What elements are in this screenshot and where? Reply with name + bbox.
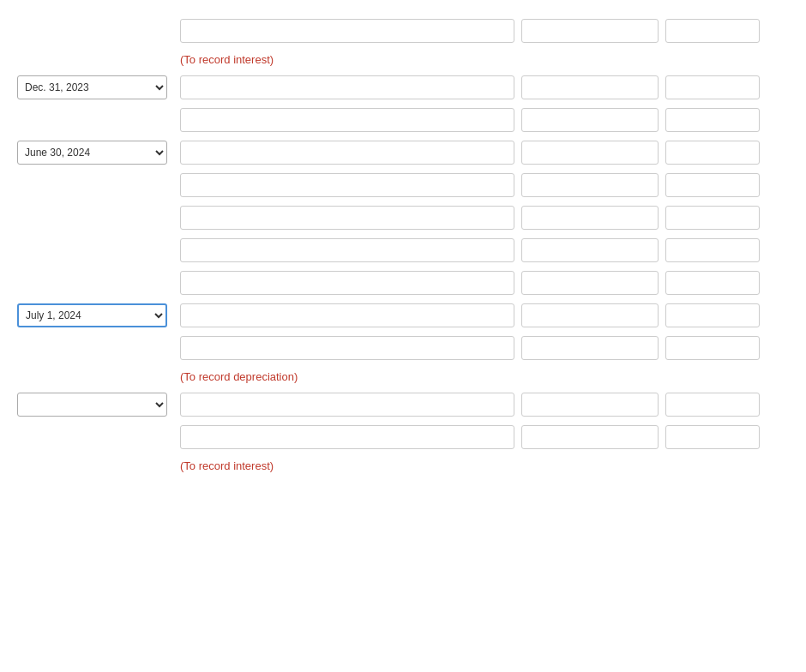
- input-wide-8[interactable]: [180, 271, 514, 295]
- input-medium-5[interactable]: [521, 173, 659, 197]
- input-small-12[interactable]: [665, 425, 760, 449]
- input-medium-3[interactable]: [521, 108, 659, 132]
- input-small-2[interactable]: [665, 75, 760, 99]
- input-wide-2[interactable]: [180, 75, 514, 99]
- row-7: [17, 237, 789, 264]
- inputs-group-1: [180, 19, 789, 43]
- note-record-interest-1: (To record interest): [17, 50, 789, 69]
- input-medium-11[interactable]: [521, 393, 659, 417]
- input-medium-4[interactable]: [521, 141, 659, 165]
- row-11: July 2024: [17, 391, 789, 418]
- input-small-1[interactable]: [665, 19, 760, 43]
- row-12: [17, 423, 789, 451]
- input-medium-12[interactable]: [521, 425, 659, 449]
- inputs-group-12: [180, 425, 789, 449]
- input-wide-12[interactable]: [180, 425, 514, 449]
- row-5: [17, 171, 789, 199]
- inputs-group-6: [180, 206, 789, 230]
- input-small-6[interactable]: [665, 206, 760, 230]
- row-6: [17, 204, 789, 231]
- date-cell-june30: June 30, 2024: [17, 141, 180, 165]
- row-8: [17, 269, 789, 297]
- input-small-7[interactable]: [665, 238, 760, 262]
- input-small-8[interactable]: [665, 271, 760, 295]
- date-select-june30[interactable]: June 30, 2024: [17, 141, 167, 165]
- inputs-group-7: [180, 238, 789, 262]
- inputs-group-8: [180, 271, 789, 295]
- input-medium-1[interactable]: [521, 19, 659, 43]
- note-record-depreciation: (To record depreciation): [17, 367, 789, 386]
- row-10: [17, 334, 789, 362]
- input-wide-11[interactable]: [180, 393, 514, 417]
- input-wide-3[interactable]: [180, 108, 514, 132]
- date-select-july1[interactable]: July 1, 2024: [17, 303, 167, 327]
- date-cell-empty: July 2024: [17, 393, 180, 417]
- main-container: (To record interest) Dec. 31, 2023 June …: [0, 9, 806, 489]
- input-small-10[interactable]: [665, 336, 760, 360]
- input-wide-9[interactable]: [180, 303, 514, 327]
- date-cell-july1: July 1, 2024: [17, 303, 180, 327]
- input-medium-8[interactable]: [521, 271, 659, 295]
- input-medium-9[interactable]: [521, 303, 659, 327]
- row-1: [17, 17, 789, 45]
- input-medium-7[interactable]: [521, 238, 659, 262]
- date-select-dec31[interactable]: Dec. 31, 2023: [17, 75, 167, 99]
- inputs-group-11: [180, 393, 789, 417]
- row-july1: July 1, 2024: [17, 302, 789, 329]
- input-wide-7[interactable]: [180, 238, 514, 262]
- note-text-depreciation: (To record depreciation): [180, 370, 298, 383]
- date-cell-dec31: Dec. 31, 2023: [17, 75, 180, 99]
- inputs-group-2: [180, 75, 789, 99]
- inputs-group-9: [180, 303, 789, 327]
- input-small-3[interactable]: [665, 108, 760, 132]
- note-text-1: (To record interest): [180, 53, 274, 66]
- row-june30: June 30, 2024: [17, 139, 789, 166]
- input-wide-5[interactable]: [180, 173, 514, 197]
- row-3: [17, 106, 789, 134]
- input-wide-10[interactable]: [180, 336, 514, 360]
- input-small-5[interactable]: [665, 173, 760, 197]
- note-text-2: (To record interest): [180, 459, 274, 472]
- row-dec31: Dec. 31, 2023: [17, 74, 789, 101]
- input-medium-10[interactable]: [521, 336, 659, 360]
- input-small-9[interactable]: [665, 303, 760, 327]
- input-small-11[interactable]: [665, 393, 760, 417]
- inputs-group-3: [180, 108, 789, 132]
- inputs-group-10: [180, 336, 789, 360]
- input-medium-2[interactable]: [521, 75, 659, 99]
- inputs-group-4: [180, 141, 789, 165]
- note-record-interest-2: (To record interest): [17, 456, 789, 475]
- input-medium-6[interactable]: [521, 206, 659, 230]
- input-small-4[interactable]: [665, 141, 760, 165]
- inputs-group-5: [180, 173, 789, 197]
- input-wide-4[interactable]: [180, 141, 514, 165]
- input-wide-1[interactable]: [180, 19, 514, 43]
- input-wide-6[interactable]: [180, 206, 514, 230]
- date-select-empty[interactable]: July 2024: [17, 393, 167, 417]
